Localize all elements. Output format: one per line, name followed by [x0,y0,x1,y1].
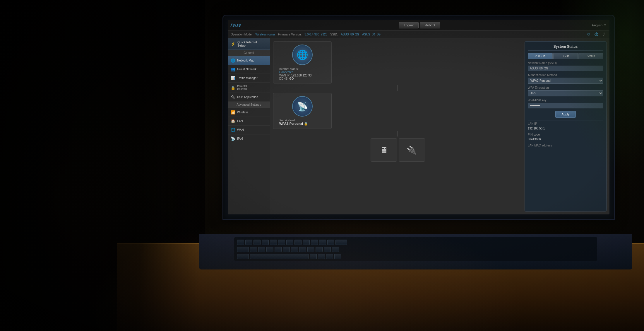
system-status-title: System Status [528,45,603,51]
sidebar-item-traffic-manager[interactable]: 📊 Traffic Manager [228,74,270,83]
key-3[interactable] [254,240,261,245]
device-icon-1: 🖥 [380,145,388,155]
guest-network-label: Guest Network [237,68,256,71]
refresh-icon[interactable]: ↻ [586,32,591,37]
key-d[interactable] [326,254,333,259]
key-q[interactable] [250,247,257,252]
ssid-2g[interactable]: ASUS_80_2G [341,33,359,36]
share-icon[interactable]: ⤴ [601,32,607,37]
key-a[interactable] [310,254,317,259]
connector-line-2 [398,131,398,137]
firmware-label: Firmware Version: [278,33,302,36]
key-7[interactable] [286,240,293,245]
quick-setup-button[interactable]: ⚡ Quick Internet Setup [228,38,270,50]
operation-mode-value[interactable]: Wireless router [256,33,275,36]
pin-value: 06413606 [528,137,603,141]
network-map-icon: 🌐 [231,58,235,63]
ipv6-label: IPv6 [237,137,243,140]
firmware-value[interactable]: 3.0.0.4.380_7325 [304,33,327,36]
key-12[interactable] [327,240,334,245]
tab-5ghz[interactable]: 5GHz [553,53,578,59]
language-selector[interactable]: English ▼ [592,23,607,27]
key-f[interactable] [334,254,341,259]
tab-2-4ghz[interactable]: 2.4GHz [528,53,553,59]
key-5[interactable] [270,240,277,245]
ddns-value[interactable]: GO [289,77,294,80]
pin-label: PIN code [528,133,603,136]
sidebar-item-wireless[interactable]: 📶 Wireless [228,108,270,117]
key-4[interactable] [262,240,269,245]
lan-label: LAN [237,120,243,123]
sidebar-item-parental-controls[interactable]: 🔒 ParentalControls [228,83,270,93]
apply-button[interactable]: Apply [555,111,576,118]
key-6[interactable] [278,240,285,245]
wpa-psk-section: WPA-PSK key [528,99,603,108]
sidebar-item-ipv6[interactable]: 📡 IPv6 [228,134,270,143]
wpa-psk-input[interactable] [528,103,603,108]
key-w[interactable] [258,247,265,252]
key-y[interactable] [291,247,298,252]
keyboard-row-2 [237,247,594,252]
parental-controls-label: ParentalControls [237,85,247,91]
ssid-5g[interactable]: ASUS_80_5G [362,33,381,36]
reboot-button[interactable]: Reboot [420,22,440,28]
key-e[interactable] [266,247,273,252]
security-level-label: Security level: [279,119,328,122]
wpa-enc-label: WPA Encryption [528,86,603,89]
frequency-tabs: 2.4GHz 5GHz Status [528,53,603,59]
key-r[interactable] [275,247,282,252]
guest-network-icon: 👥 [231,67,235,71]
lan-ip-label: LAN IP [528,122,603,125]
key-1[interactable] [237,240,244,245]
router-row: 📡 Security level: WPA2-Personal 🔒 [273,93,522,129]
network-map-label: Network Map [237,59,254,62]
traffic-manager-label: Traffic Manager [237,76,257,80]
device-panel-2: 🔌 [399,138,425,162]
network-name-section: Network Name (SSID) [528,62,603,71]
key-u[interactable] [299,247,306,252]
key-i[interactable] [307,247,314,252]
key-p[interactable] [324,247,331,252]
logout-button[interactable]: Logout [399,22,419,28]
router-ui: /sus Logout Reboot English ▼ Operation M… [228,20,609,214]
wan-label: WAN [237,128,244,132]
key-backspace[interactable] [335,240,347,245]
power-icon[interactable]: ⏻ [594,32,599,37]
operation-mode-label: Operation Mode: [231,33,253,36]
wpa-enc-select[interactable]: AES [528,90,603,96]
security-level-value: WPA2-Personal 🔒 [279,122,328,126]
pin-section: PIN code 06413606 [528,133,603,141]
key-11[interactable] [319,240,326,245]
auth-method-select[interactable]: WPA2-Personal [528,78,603,84]
key-caps[interactable] [237,254,249,259]
key-9[interactable] [303,240,310,245]
key-space[interactable] [250,254,309,259]
key-10[interactable] [311,240,318,245]
auth-method-label: Authentication Method [528,74,603,77]
wpa-enc-section: WPA Encryption AES [528,86,603,96]
sidebar-item-wan[interactable]: 🌐 WAN [228,126,270,134]
tab-status[interactable]: Status [578,53,603,59]
keyboard-area [234,237,597,261]
key-tab[interactable] [237,247,249,252]
key-bracket-l[interactable] [332,247,339,252]
sidebar-item-lan[interactable]: 🏠 LAN [228,117,270,126]
bottom-devices-row: 🖥 🔌 [273,138,522,162]
laptop-screen: /sus Logout Reboot English ▼ Operation M… [228,20,609,214]
ddns-label: DDNS: [279,77,288,80]
parental-controls-icon: 🔒 [231,86,235,90]
wpa-psk-label: WPA-PSK key [528,99,603,102]
key-t[interactable] [283,247,290,252]
connector-line-1 [398,85,398,91]
sidebar-item-network-map[interactable]: 🌐 Network Map [228,56,270,65]
lan-ip-value: 192.168.50.1 [528,126,603,131]
sidebar-item-guest-network[interactable]: 👥 Guest Network [228,65,270,74]
general-section-header: General [228,50,270,56]
usb-application-label: USB Application [237,95,258,99]
key-2[interactable] [245,240,252,245]
sidebar-item-usb-application[interactable]: 🔌 USB Application [228,93,270,102]
network-name-input[interactable] [528,66,603,71]
key-s[interactable] [318,254,325,259]
key-8[interactable] [294,240,302,245]
key-o[interactable] [316,247,323,252]
